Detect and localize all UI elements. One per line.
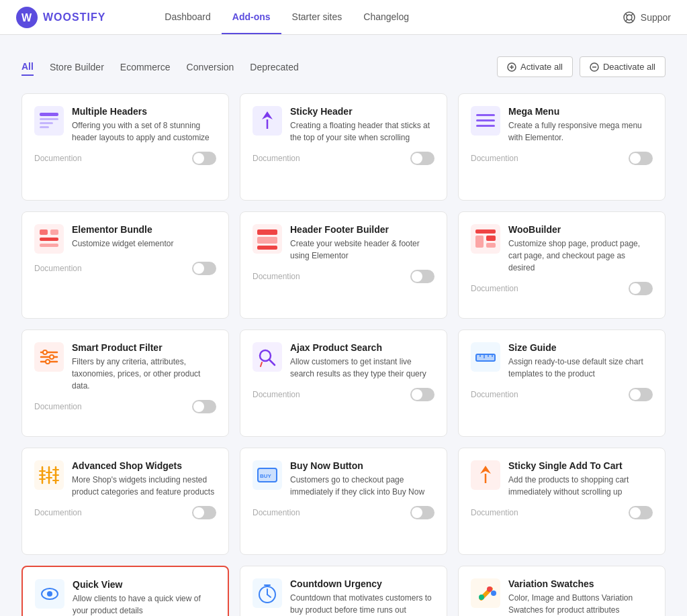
addon-icon-advanced-shop-widgets: [34, 460, 64, 490]
filter-bar: All Store Builder Ecommerce Conversion D…: [21, 56, 666, 77]
card-header: Elementor Bundle Customize widget elemen…: [34, 224, 216, 254]
addon-toggle-advanced-shop-widgets[interactable]: [192, 506, 216, 519]
svg-point-44: [46, 360, 50, 364]
card-footer: Documention: [253, 270, 434, 283]
support-link[interactable]: Suppor: [623, 11, 671, 23]
addon-icon-variation-swatches: [471, 578, 500, 608]
activate-all-button[interactable]: Activate all: [497, 56, 573, 77]
card-header: Size Guide Assign ready-to-use default s…: [471, 342, 653, 380]
filter-tab-deprecated[interactable]: Deprecated: [250, 59, 298, 75]
card-footer: Documention: [34, 262, 216, 275]
addon-icon-smart-product-filter: [34, 342, 64, 372]
filter-tab-store-builder[interactable]: Store Builder: [50, 59, 104, 75]
addon-toggle-header-footer-builder[interactable]: [410, 270, 434, 283]
svg-rect-30: [257, 229, 277, 235]
card-header: Ajax Product Search Allow customers to g…: [253, 342, 434, 380]
addon-card-countdown-urgency: Countdown Urgency Countdown that motivat…: [240, 566, 447, 616]
addon-desc: Create your website header & footer usin…: [290, 238, 434, 262]
addon-card-header-footer-builder: Header Footer Builder Create your websit…: [240, 211, 447, 319]
support-icon: [623, 11, 635, 23]
card-header: Countdown Urgency Countdown that motivat…: [253, 578, 434, 616]
addon-title: Countdown Urgency: [290, 578, 434, 589]
nav-dashboard[interactable]: Dashboard: [154, 1, 222, 34]
addon-desc: Countdown that motivates customers to bu…: [290, 592, 434, 616]
svg-line-6: [631, 13, 633, 15]
svg-point-42: [43, 350, 47, 354]
svg-rect-34: [475, 229, 496, 234]
addon-toggle-multiple-headers[interactable]: [192, 152, 216, 165]
addon-doc[interactable]: Documention: [471, 508, 518, 517]
filter-tab-all[interactable]: All: [21, 58, 34, 76]
logo: W WOOSTIFY: [16, 7, 105, 28]
addon-doc[interactable]: Documention: [253, 508, 300, 517]
addon-toggle-elementor-bundle[interactable]: [192, 262, 216, 275]
addon-toggle-mega-menu[interactable]: [629, 152, 653, 165]
nav-starter-sites[interactable]: Starter sites: [281, 1, 353, 34]
svg-rect-16: [40, 122, 53, 124]
addon-card-ajax-product-search: Ajax Product Search Allow customers to g…: [240, 329, 447, 437]
addon-title: Ajax Product Search: [290, 342, 434, 353]
addon-toggle-sticky-header[interactable]: [410, 152, 434, 165]
card-footer: Documention: [471, 282, 653, 295]
addon-desc: Creating a floating header that sticks a…: [290, 119, 434, 144]
addon-doc[interactable]: Documention: [471, 154, 518, 163]
addon-icon-sticky-header: [253, 106, 282, 136]
card-footer: Documention: [471, 506, 653, 519]
addon-card-quick-view: Quick View Allow clients to have a quick…: [21, 566, 229, 616]
svg-rect-21: [476, 114, 495, 116]
addon-toggle-size-guide[interactable]: [629, 388, 653, 401]
addon-title: Smart Product Filter: [72, 342, 216, 353]
addon-doc[interactable]: Documention: [253, 390, 300, 399]
svg-rect-26: [50, 229, 58, 235]
addon-title: Variation Swatches: [508, 578, 653, 589]
addon-doc[interactable]: Documention: [253, 154, 300, 163]
addon-doc[interactable]: Documention: [34, 264, 82, 273]
addon-doc[interactable]: Documention: [34, 154, 82, 163]
card-header: Sticky Single Add To Cart Add the produc…: [471, 460, 653, 498]
addon-toggle-buy-now-button[interactable]: [410, 506, 434, 519]
addon-toggle-sticky-single-add-to-cart[interactable]: [629, 506, 653, 519]
svg-rect-14: [40, 113, 58, 116]
activate-all-label: Activate all: [520, 62, 563, 72]
card-footer: Documention: [253, 152, 434, 165]
addon-title: Size Guide: [508, 342, 653, 353]
addon-desc: Create a fully responsive mega menu with…: [508, 119, 653, 144]
addon-title: Advanced Shop Widgets: [72, 460, 216, 471]
addon-desc: Allow customers to get instant live sear…: [290, 356, 434, 380]
addon-icon-quick-view: [35, 579, 64, 609]
addon-title: Quick View: [73, 579, 216, 590]
addon-desc: Allow clients to have a quick view of yo…: [73, 593, 216, 616]
addon-doc[interactable]: Documention: [34, 508, 82, 517]
svg-rect-35: [475, 236, 484, 248]
addon-card-elementor-bundle: Elementor Bundle Customize widget elemen…: [21, 211, 229, 319]
svg-rect-25: [40, 229, 48, 235]
deactivate-all-button[interactable]: Deactivate all: [580, 56, 666, 77]
svg-line-7: [625, 19, 627, 21]
card-footer: Documention: [471, 388, 653, 401]
nav-addons[interactable]: Add-ons: [222, 1, 281, 34]
addon-doc[interactable]: Documention: [471, 390, 518, 399]
addon-title: Multiple Headers: [72, 106, 216, 117]
card-header: Advanced Shop Widgets More Shop's widget…: [34, 460, 216, 498]
addon-title: Mega Menu: [508, 106, 653, 117]
addon-doc[interactable]: Documention: [471, 284, 518, 293]
addon-toggle-woobuilder[interactable]: [629, 282, 653, 295]
card-header: Sticky Header Creating a floating header…: [253, 106, 434, 144]
addon-toggle-smart-product-filter[interactable]: [192, 400, 216, 413]
nav-changelog[interactable]: Changelog: [353, 1, 420, 34]
addon-doc[interactable]: Documention: [34, 402, 82, 411]
main-content: All Store Builder Ecommerce Conversion D…: [0, 35, 687, 616]
svg-text:BUY: BUY: [260, 473, 272, 479]
filter-actions: Activate all Deactivate all: [497, 56, 666, 77]
svg-point-43: [50, 355, 54, 359]
addon-icon-mega-menu: [471, 106, 500, 136]
svg-rect-23: [476, 125, 495, 127]
addon-card-sticky-single-add-to-cart: Sticky Single Add To Cart Add the produc…: [458, 448, 666, 555]
addon-toggle-ajax-product-search[interactable]: [410, 388, 434, 401]
filter-tab-ecommerce[interactable]: Ecommerce: [120, 59, 171, 75]
addon-doc[interactable]: Documention: [253, 272, 300, 281]
addon-icon-buy-now-button: BUY: [253, 460, 282, 490]
addon-card-buy-now-button: BUY Buy Now Button Customers go to check…: [240, 448, 447, 555]
filter-tab-conversion[interactable]: Conversion: [187, 59, 234, 75]
addon-card-size-guide: Size Guide Assign ready-to-use default s…: [458, 329, 666, 437]
